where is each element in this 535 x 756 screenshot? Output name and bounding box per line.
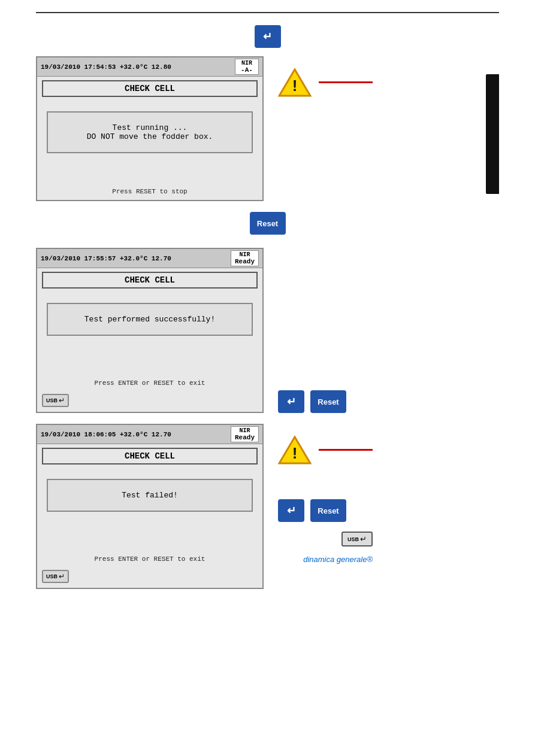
reset-button-3[interactable]: Reset <box>310 499 346 522</box>
screen1-header: 19/03/2010 17:54:53 +32.0°C 12.80 <box>41 63 171 71</box>
screen1-footer: Press RESET to stop <box>37 184 262 200</box>
screen3-message-text: Test failed! <box>56 491 243 500</box>
screen3-title: CHECK CELL <box>42 448 258 464</box>
enter-button-3[interactable]: ↵ <box>278 499 304 522</box>
screen3-nir-status: Ready <box>235 434 255 441</box>
screen-1: 19/03/2010 17:54:53 +32.0°C 12.80 NIR -A… <box>36 56 264 201</box>
screen2-right-col: ↵ Reset <box>278 354 346 413</box>
enter-button-top[interactable]: ↵ <box>255 25 281 48</box>
svg-text:!: ! <box>292 77 298 95</box>
screen2-btn-pair: ↵ Reset <box>278 390 346 413</box>
screen-3: 19/03/2010 18:06:05 +32.0°C 12.70 NIR Re… <box>36 424 264 589</box>
screen2-header: 19/03/2010 17:55:57 +32.0°C 12.70 <box>41 255 171 262</box>
screen1-right-indicators: ! <box>278 61 373 97</box>
usb-label-2: USB <box>46 397 58 403</box>
screen3-usb-area: USB ↵ <box>37 567 262 588</box>
screen-2: 19/03/2010 17:55:57 +32.0°C 12.70 NIR Re… <box>36 248 264 413</box>
warning-line-1 <box>319 81 373 83</box>
screen2-nir-box: NIR Ready <box>231 250 259 266</box>
usb-icon-2: USB ↵ <box>42 394 69 407</box>
dinamica-logo-area: dinamica generale® <box>278 554 373 564</box>
screen3-message: Test failed! <box>47 479 253 512</box>
usb-arrow-3: ↵ <box>59 572 65 581</box>
top-divider <box>36 12 499 13</box>
enter-button-2[interactable]: ↵ <box>278 390 304 413</box>
screen3-usb-row: USB ↵ <box>278 532 373 546</box>
usb-arrow-right: ↵ <box>360 535 367 544</box>
screen2-message-text: Test performed successfully! <box>56 315 243 324</box>
warning-line-3 <box>319 449 373 451</box>
screen2-title: CHECK CELL <box>42 272 258 289</box>
screen3-nir-label: NIR <box>235 427 255 434</box>
reset-button-1[interactable]: Reset <box>250 212 286 235</box>
dinamica-logo: dinamica generale® <box>303 555 373 564</box>
usb-label-right: USB <box>347 536 359 542</box>
warning-indicator-3: ! <box>278 435 373 464</box>
screen2-footer: Press ENTER or RESET to exit <box>37 376 262 391</box>
screen2-nir-label: NIR <box>235 251 255 258</box>
reset-button-2[interactable]: Reset <box>310 390 346 413</box>
svg-text:!: ! <box>292 444 298 462</box>
screen3-footer: Press ENTER or RESET to exit <box>37 552 262 567</box>
warning-indicator-1: ! <box>278 67 373 97</box>
screen1-message-line1: Test running ... <box>56 123 243 132</box>
warning-triangle-icon-1: ! <box>278 67 312 97</box>
right-sidebar <box>486 74 499 194</box>
screen1-nir-label: NIR <box>239 60 255 66</box>
screen3-header: 19/03/2010 18:06:05 +32.0°C 12.70 <box>41 431 171 438</box>
usb-icon-right: USB ↵ <box>341 532 373 546</box>
warning-triangle-icon-3: ! <box>278 435 312 464</box>
screen1-title: CHECK CELL <box>42 80 258 97</box>
screen2-message: Test performed successfully! <box>47 303 253 336</box>
screen2-usb-area: USB ↵ <box>37 391 262 412</box>
usb-label-3: USB <box>46 573 58 579</box>
usb-icon-3: USB ↵ <box>42 570 69 583</box>
screen1-message: Test running ... DO NOT move the fodder … <box>47 111 253 153</box>
screen1-nir-status: -A- <box>239 66 255 74</box>
screen1-nir-box: NIR -A- <box>235 59 259 75</box>
screen3-nir-box: NIR Ready <box>231 426 259 442</box>
screen3-btn-pair: ↵ Reset <box>278 499 373 522</box>
screen1-message-line2: DO NOT move the fodder box. <box>56 132 243 141</box>
screen3-right-col: ! ↵ Reset USB ↵ dinamica generale® <box>278 429 373 564</box>
screen2-nir-status: Ready <box>235 258 255 265</box>
screen3-action-area: ↵ Reset USB ↵ dinamica generale® <box>278 499 373 564</box>
usb-arrow-2: ↵ <box>59 396 65 405</box>
